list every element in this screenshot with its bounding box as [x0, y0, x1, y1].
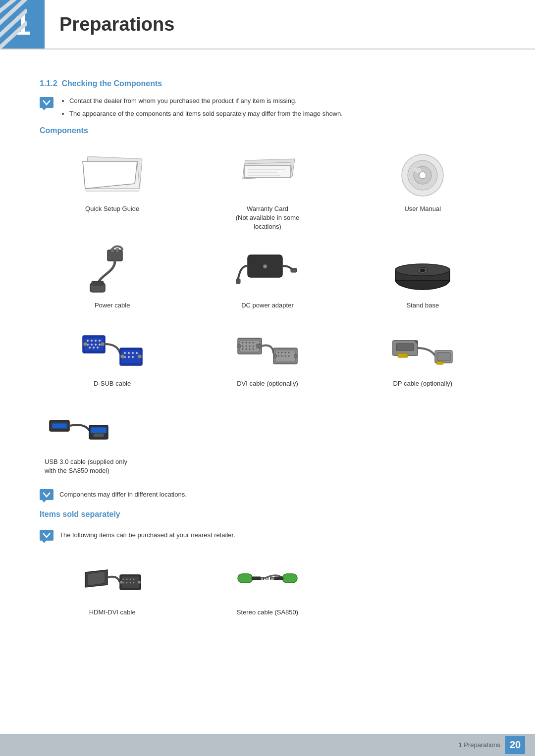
component-dc-adapter: DC power adapter — [195, 242, 340, 315]
svg-point-36 — [87, 340, 89, 342]
svg-point-64 — [249, 342, 250, 344]
usb-cable-label: USB 3.0 cable (supplied onlywith the SA8… — [45, 457, 127, 475]
svg-rect-92 — [396, 344, 414, 351]
dp-cable-label: DP cable (optionally) — [393, 379, 452, 388]
svg-rect-27 — [291, 268, 297, 272]
svg-point-112 — [126, 582, 127, 583]
user-manual-label: User Manual — [404, 204, 441, 213]
svg-rect-93 — [398, 353, 408, 357]
svg-rect-96 — [436, 361, 443, 364]
note-components-text: Components may differ in different locat… — [59, 491, 187, 498]
svg-point-66 — [242, 346, 243, 347]
svg-rect-101 — [91, 427, 107, 433]
svg-point-51 — [124, 352, 126, 354]
component-dvi-cable: DVI cable (optionally) — [195, 320, 340, 393]
stand-base-label: Stand base — [406, 301, 439, 310]
footer-text: 1 Preparations — [458, 741, 500, 749]
svg-point-63 — [245, 342, 247, 344]
svg-point-44 — [89, 347, 91, 349]
component-power-cable: Power cable — [40, 242, 185, 315]
svg-rect-11 — [244, 165, 291, 178]
svg-rect-118 — [252, 577, 262, 580]
svg-point-69 — [252, 346, 254, 347]
svg-point-56 — [128, 356, 130, 358]
svg-rect-20 — [107, 250, 122, 261]
user-manual-image — [388, 150, 457, 200]
stereo-cable-image — [233, 554, 302, 603]
dp-cable-image — [388, 325, 457, 374]
svg-point-113 — [129, 582, 131, 583]
svg-point-19 — [414, 168, 422, 173]
note-icon-3 — [40, 530, 54, 541]
svg-point-43 — [99, 344, 101, 346]
sold-separately-grid: HDMI-DVI cable — [40, 549, 495, 622]
components-grid: Quick Setup Guide Warranty Card(Not avai… — [40, 145, 495, 393]
svg-point-109 — [129, 578, 131, 580]
svg-point-79 — [277, 352, 279, 353]
svg-point-107 — [122, 578, 124, 580]
svg-rect-124 — [270, 577, 274, 579]
note-item-1: Contact the dealer from whom you purchas… — [69, 96, 495, 106]
component-usb-cable: USB 3.0 cable (supplied onlywith the SA8… — [40, 403, 495, 480]
svg-point-52 — [128, 352, 130, 354]
svg-point-81 — [284, 352, 286, 353]
power-cable-label: Power cable — [95, 301, 130, 310]
svg-point-88 — [294, 354, 297, 358]
svg-point-65 — [252, 342, 254, 344]
dvi-cable-label: DVI cable (optionally) — [237, 379, 298, 388]
chapter-header: 1 Preparations — [0, 0, 535, 50]
svg-point-110 — [133, 578, 134, 580]
svg-point-28 — [263, 264, 267, 268]
chapter-title: Preparations — [59, 14, 174, 35]
dc-adapter-image — [233, 247, 302, 296]
components-heading: Components — [40, 126, 495, 135]
dsub-cable-image — [78, 325, 147, 374]
svg-point-67 — [245, 346, 247, 347]
svg-point-70 — [242, 349, 243, 350]
component-quick-setup-guide: Quick Setup Guide — [40, 145, 185, 237]
main-content: 1.1.2 Checking the Components Contact th… — [0, 50, 535, 662]
note-icon-2 — [40, 489, 54, 500]
svg-marker-6 — [83, 161, 137, 189]
note-block: Contact the dealer from whom you purchas… — [40, 96, 495, 121]
note-components-differ: Components may differ in different locat… — [40, 488, 495, 500]
svg-point-47 — [83, 342, 87, 346]
hdmi-dvi-image — [78, 554, 147, 603]
svg-line-3 — [0, 22, 27, 50]
svg-point-83 — [277, 355, 279, 357]
footer-page-number: 20 — [505, 736, 525, 754]
dsub-cable-label: D-SUB cable — [94, 379, 131, 388]
hdmi-dvi-label: HDMI-DVI cable — [89, 608, 136, 617]
component-user-manual: User Manual — [350, 145, 495, 237]
svg-point-84 — [281, 355, 282, 357]
svg-point-38 — [95, 340, 97, 342]
svg-point-42 — [95, 344, 97, 346]
svg-rect-26 — [236, 279, 240, 284]
power-cable-image — [78, 247, 147, 296]
svg-point-39 — [99, 340, 101, 342]
svg-point-116 — [138, 581, 141, 584]
svg-point-59 — [138, 354, 142, 358]
svg-point-45 — [93, 347, 95, 349]
component-hdmi-dvi: HDMI-DVI cable — [40, 549, 185, 622]
svg-point-80 — [281, 352, 282, 353]
svg-point-57 — [132, 356, 134, 358]
component-warranty-card: Warranty Card(Not available in somelocat… — [195, 145, 340, 237]
svg-rect-95 — [437, 353, 450, 361]
component-stand-base: Stand base — [350, 242, 495, 315]
svg-marker-104 — [88, 571, 105, 586]
note-sold-separately: The following items can be purchased at … — [40, 529, 495, 541]
svg-point-18 — [419, 172, 426, 179]
svg-rect-123 — [273, 577, 283, 580]
svg-point-41 — [91, 344, 93, 346]
note-list: Contact the dealer from whom you purchas… — [59, 96, 495, 121]
svg-rect-24 — [92, 281, 104, 285]
corner-decoration — [0, 0, 27, 50]
svg-point-85 — [284, 355, 286, 357]
note-sold-separately-text: The following items can be purchased at … — [59, 531, 235, 539]
warranty-card-image — [233, 150, 302, 200]
section-heading: 1.1.2 Checking the Components — [40, 79, 495, 88]
quick-setup-guide-image — [78, 150, 147, 200]
svg-point-33 — [420, 269, 425, 272]
quick-setup-guide-label: Quick Setup Guide — [85, 204, 139, 213]
